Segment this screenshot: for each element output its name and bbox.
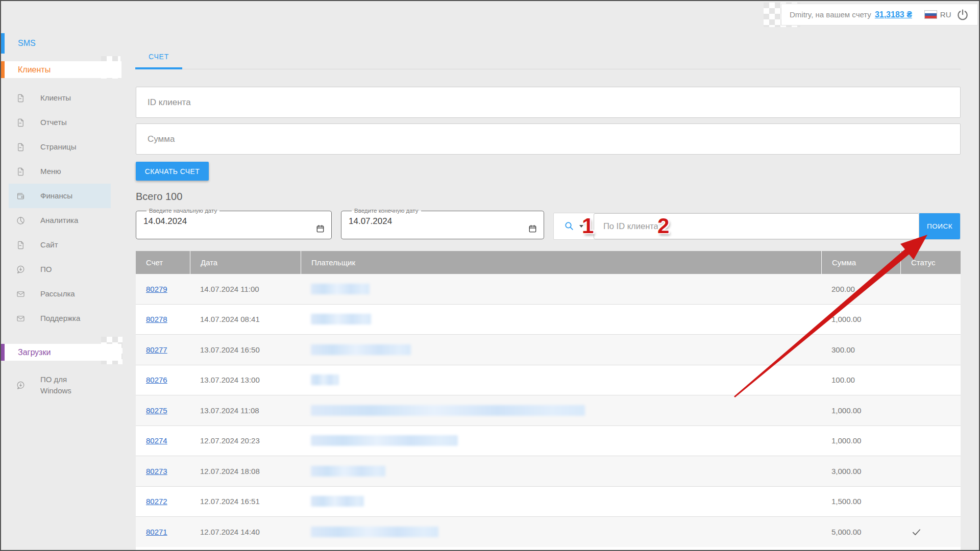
- invoice-cell: 80272: [136, 497, 190, 506]
- sidebar-menu-item[interactable]: Меню: [9, 159, 111, 184]
- logout-power-icon[interactable]: [956, 8, 969, 21]
- payer-blurred: [311, 314, 371, 324]
- payer-blurred: [311, 435, 458, 446]
- sidebar-section-sms[interactable]: SMS: [1, 33, 121, 54]
- tab-active-underline: [135, 67, 182, 69]
- language-label: RU: [940, 10, 951, 19]
- table-row: 80278 14.07.2024 08:41 1,000.00: [136, 305, 961, 335]
- document-icon: [16, 118, 26, 128]
- date-from-label: Введите начальную дату: [146, 208, 219, 214]
- sidebar-section-clients[interactable]: Клиенты: [1, 61, 121, 78]
- paid-check-icon: [911, 526, 922, 538]
- payer-blurred: [311, 496, 364, 507]
- amount-input[interactable]: [136, 123, 961, 155]
- sidebar-section-downloads[interactable]: Загрузки: [1, 344, 121, 361]
- sidebar-menu-item[interactable]: ПО для Windows: [9, 366, 111, 404]
- pie-chart-icon: [16, 216, 26, 226]
- sidebar-menu-item[interactable]: Сайт: [9, 233, 111, 257]
- table-header-cell: Плательщик: [301, 251, 821, 274]
- tabs-divider: [135, 69, 961, 69]
- table-header-cell: Дата: [190, 251, 301, 274]
- invoice-link[interactable]: 80277: [146, 345, 167, 354]
- payer-cell: [301, 344, 821, 355]
- date-cell: 14.07.2024 08:41: [190, 315, 301, 323]
- invoice-link[interactable]: 80276: [146, 375, 167, 384]
- payer-blurred: [311, 527, 438, 537]
- date-cell: 12.07.2024 16:51: [190, 497, 301, 506]
- date-to-field[interactable]: Введите конечную дату 14.07.2024: [341, 208, 544, 239]
- sidebar-menu-item[interactable]: Страницы: [9, 135, 111, 159]
- document-icon: [16, 142, 26, 152]
- calendar-icon[interactable]: [315, 224, 325, 234]
- sidebar-menu-item[interactable]: Рассылка: [9, 282, 111, 306]
- sidebar-menu-item[interactable]: Финансы: [9, 184, 111, 208]
- balance-link[interactable]: 31,3183 ₴: [875, 10, 912, 19]
- date-cell: 13.07.2024 13:00: [190, 375, 301, 384]
- annotation-number-1: 1: [582, 215, 594, 237]
- invoice-link[interactable]: 80275: [146, 406, 167, 415]
- invoice-cell: 80271: [136, 528, 190, 536]
- sidebar-menu-item[interactable]: Отчеты: [9, 110, 111, 135]
- date-from-field[interactable]: Введите начальную дату 14.04.2024: [136, 208, 332, 239]
- sidebar-section-clients-label: Клиенты: [18, 65, 51, 74]
- date-cell: 12.07.2024 18:08: [190, 467, 301, 475]
- invoice-link[interactable]: 80279: [146, 285, 167, 293]
- envelope-icon: [16, 289, 26, 299]
- sidebar-menu-item[interactable]: Клиенты: [9, 86, 111, 110]
- invoice-cell: 80274: [136, 436, 190, 445]
- sidebar-menu-item[interactable]: ПО: [9, 257, 111, 282]
- account-bar: Dmitry, на вашем счету 31,3183 ₴ RU: [781, 4, 978, 26]
- payer-blurred: [311, 405, 585, 416]
- invoice-cell: 80278: [136, 315, 190, 323]
- client-id-input[interactable]: [136, 87, 961, 118]
- download-invoice-button[interactable]: СКАЧАТЬ СЧЕТ: [136, 162, 209, 181]
- payer-cell: [301, 496, 821, 507]
- document-icon: [16, 93, 26, 103]
- total-count-label: Всего 100: [136, 191, 182, 203]
- search-input[interactable]: [594, 214, 919, 239]
- invoice-cell: 80277: [136, 345, 190, 354]
- payer-blurred: [311, 466, 385, 477]
- invoice-cell: 80273: [136, 467, 190, 475]
- payer-cell: [301, 374, 821, 385]
- invoice-link[interactable]: 80274: [146, 436, 167, 445]
- sidebar-menu-item[interactable]: Аналитика: [9, 208, 111, 233]
- search-icon: [564, 221, 575, 232]
- invoice-link[interactable]: 80278: [146, 315, 167, 323]
- account-greeting: Dmitry, на вашем счету: [790, 10, 871, 19]
- invoice-link[interactable]: 80271: [146, 528, 167, 536]
- amount-cell: 300.00: [821, 345, 900, 354]
- invoice-cell: 80275: [136, 406, 190, 415]
- amount-cell: 100.00: [821, 375, 900, 384]
- payer-cell: [301, 314, 821, 324]
- invoice-link[interactable]: 80272: [146, 497, 167, 506]
- table-partial-row: [136, 547, 961, 550]
- payer-blurred: [311, 284, 370, 294]
- table-header-cell: Сумма: [821, 251, 900, 274]
- invoice-cell: 80279: [136, 285, 190, 293]
- amount-cell: 1,000.00: [821, 436, 900, 445]
- sidebar-section-downloads-label: Загрузки: [18, 348, 51, 357]
- search-button[interactable]: ПОИСК: [919, 213, 960, 239]
- tab-invoice[interactable]: СЧЕТ: [135, 46, 182, 67]
- date-cell: 13.07.2024 11:08: [190, 406, 301, 415]
- table-row: 80277 13.07.2024 16:50 300.00: [136, 335, 961, 365]
- amount-cell: 1,500.00: [821, 497, 900, 506]
- amount-cell: 5,000.00: [821, 528, 900, 536]
- table-row: 80274 12.07.2024 20:23 1,000.00: [136, 426, 961, 457]
- annotation-number-2: 2: [657, 215, 669, 237]
- table-row: 80276 13.07.2024 13:00 100.00: [136, 365, 961, 396]
- amount-cell: 1,000.00: [821, 406, 900, 415]
- language-selector[interactable]: RU: [924, 10, 951, 19]
- calendar-icon[interactable]: [528, 224, 537, 234]
- table-row: 80272 12.07.2024 16:51 1,500.00: [136, 487, 961, 517]
- payer-cell: [301, 405, 821, 416]
- sidebar-menu-item[interactable]: Поддержка: [9, 306, 111, 331]
- payer-blurred: [311, 344, 411, 355]
- russian-flag-icon: [924, 10, 937, 19]
- wallet-icon: [16, 191, 26, 201]
- document-icon: [16, 240, 26, 250]
- invoice-link[interactable]: 80273: [146, 467, 167, 475]
- date-cell: 14.07.2024 11:00: [190, 285, 301, 293]
- sidebar-section-sms-label: SMS: [18, 39, 36, 48]
